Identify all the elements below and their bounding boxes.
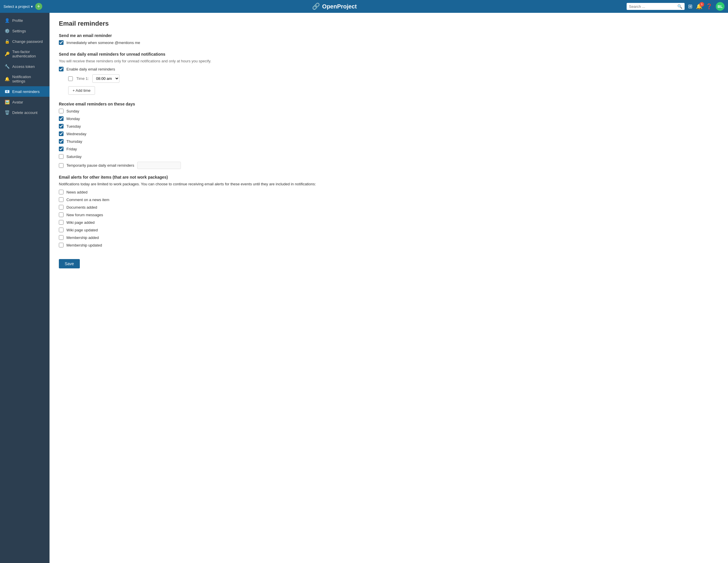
alert-checkbox-documents-added[interactable] (59, 205, 64, 209)
add-time-label: + Add time (73, 88, 91, 93)
sidebar-label-email-reminders: Email reminders (12, 89, 40, 94)
user-avatar-button[interactable]: BL (716, 2, 725, 11)
time1-checkbox[interactable] (68, 76, 73, 81)
sidebar-item-notification-settings[interactable]: 🔔 Notification settings (0, 72, 50, 86)
alerts-description: Notifications today are limited to work … (59, 182, 719, 186)
day-label-sunday[interactable]: Sunday (66, 109, 79, 113)
alert-label-comment-news[interactable]: Comment on a news item (66, 197, 109, 202)
alert-label-membership-added[interactable]: Membership added (66, 235, 99, 240)
pause-row: Temporarily pause daily email reminders (59, 162, 719, 169)
main-content: Email reminders Send me an email reminde… (50, 13, 728, 563)
sidebar-item-delete-account[interactable]: 🗑️ Delete account (0, 107, 50, 118)
notification-bell-button[interactable]: 🔔 5 (696, 3, 702, 10)
notification-badge: 5 (699, 2, 704, 7)
sidebar-icon-avatar: 🖼️ (5, 100, 9, 104)
project-select-label: Select a project (3, 4, 30, 9)
search-icon: 🔍 (677, 4, 682, 9)
alert-checkbox-new-forum-messages[interactable] (59, 212, 64, 217)
alerts-section: Email alerts for other items (that are n… (59, 175, 719, 247)
alert-label-documents-added[interactable]: Documents added (66, 205, 97, 209)
sidebar-label-settings: Settings (12, 29, 26, 33)
day-label-friday[interactable]: Friday (66, 147, 77, 151)
day-label-saturday[interactable]: Saturday (66, 154, 82, 159)
day-checkbox-saturday[interactable] (59, 154, 64, 159)
top-nav-right: 🔍 ⊞ 🔔 5 ❓ BL (627, 2, 725, 11)
sidebar-icon-profile: 👤 (5, 18, 9, 23)
logo-icon: 🔗 (312, 3, 320, 10)
alert-label-wiki-page-updated[interactable]: Wiki page updated (66, 228, 98, 232)
pause-date-input[interactable] (137, 162, 181, 169)
alert-row-news-added: News added (59, 190, 719, 194)
day-checkbox-thursday[interactable] (59, 139, 64, 144)
sidebar-item-settings[interactable]: ⚙️ Settings (0, 26, 50, 36)
sidebar-item-access-token[interactable]: 🔧 Access token (0, 61, 50, 72)
alert-checkbox-comment-news[interactable] (59, 197, 64, 202)
alert-row-comment-news: Comment on a news item (59, 197, 719, 202)
project-select[interactable]: Select a project ▾ (3, 4, 33, 9)
sidebar-item-two-factor[interactable]: 🔑 Two-factor authentication (0, 47, 50, 61)
chevron-down-icon: ▾ (31, 4, 33, 9)
alert-label-new-forum-messages[interactable]: New forum messages (66, 213, 103, 217)
top-nav-center: 🔗 OpenProject (42, 3, 627, 10)
day-label-tuesday[interactable]: Tuesday (66, 124, 81, 128)
alert-row-membership-updated: Membership updated (59, 243, 719, 247)
sidebar-item-avatar[interactable]: 🖼️ Avatar (0, 97, 50, 107)
sidebar-item-change-password[interactable]: 🔒 Change password (0, 36, 50, 47)
alert-label-news-added[interactable]: News added (66, 190, 87, 194)
daily-description: You will receive these reminders only fo… (59, 59, 719, 63)
time-row: Time 1: 12:00 am01:00 am02:00 am03:00 am… (68, 74, 719, 83)
pause-checkbox[interactable] (59, 163, 64, 168)
immediate-checkbox[interactable] (59, 40, 64, 45)
sidebar-label-change-password: Change password (12, 39, 43, 44)
alert-checkbox-wiki-page-added[interactable] (59, 220, 64, 225)
alert-checkbox-wiki-page-updated[interactable] (59, 227, 64, 232)
add-project-button[interactable]: + (35, 3, 42, 10)
day-row-thursday: Thursday (59, 139, 719, 144)
day-row-tuesday: Tuesday (59, 124, 719, 128)
time-select[interactable]: 12:00 am01:00 am02:00 am03:00 am04:00 am… (92, 74, 119, 83)
day-checkbox-tuesday[interactable] (59, 124, 64, 128)
day-checkbox-wednesday[interactable] (59, 131, 64, 136)
logo-text: OpenProject (322, 3, 357, 10)
sidebar-item-profile[interactable]: 👤 Profile (0, 15, 50, 26)
enable-daily-checkbox[interactable] (59, 67, 64, 71)
alert-row-membership-added: Membership added (59, 235, 719, 240)
sidebar-label-avatar: Avatar (12, 100, 23, 104)
immediate-label[interactable]: Immediately when someone @mentions me (66, 40, 140, 45)
day-row-friday: Friday (59, 146, 719, 151)
day-row-sunday: Sunday (59, 109, 719, 113)
alert-checkbox-news-added[interactable] (59, 190, 64, 194)
help-button[interactable]: ❓ (706, 3, 712, 10)
search-box: 🔍 (627, 3, 685, 10)
alert-row-wiki-page-added: Wiki page added (59, 220, 719, 225)
sidebar-item-email-reminders[interactable]: 📧 Email reminders (0, 86, 50, 97)
alert-row-new-forum-messages: New forum messages (59, 212, 719, 217)
day-checkbox-sunday[interactable] (59, 109, 64, 113)
logo: 🔗 OpenProject (312, 3, 357, 10)
top-nav: Select a project ▾ + 🔗 OpenProject 🔍 ⊞ 🔔… (0, 0, 728, 13)
search-input[interactable] (629, 4, 676, 9)
pause-label[interactable]: Temporarily pause daily email reminders (66, 163, 134, 167)
alert-checkbox-membership-added[interactable] (59, 235, 64, 240)
sidebar: 👤 Profile ⚙️ Settings 🔒 Change password … (0, 13, 50, 563)
day-checkbox-friday[interactable] (59, 146, 64, 151)
immediate-reminder-section: Send me an email reminder Immediately wh… (59, 33, 719, 45)
alert-checkbox-membership-updated[interactable] (59, 243, 64, 247)
sidebar-label-profile: Profile (12, 18, 23, 23)
day-label-wednesday[interactable]: Wednesday (66, 132, 86, 136)
enable-daily-label[interactable]: Enable daily email reminders (66, 67, 115, 71)
day-label-thursday[interactable]: Thursday (66, 139, 82, 144)
day-checkbox-monday[interactable] (59, 116, 64, 121)
alert-label-membership-updated[interactable]: Membership updated (66, 243, 102, 247)
sidebar-label-notification-settings: Notification settings (12, 75, 45, 83)
sidebar-icon-change-password: 🔒 (5, 39, 9, 44)
alerts-heading: Email alerts for other items (that are n… (59, 175, 719, 179)
sidebar-icon-delete-account: 🗑️ (5, 110, 9, 115)
save-button[interactable]: Save (59, 259, 80, 268)
alert-label-wiki-page-added[interactable]: Wiki page added (66, 220, 95, 225)
grid-menu-button[interactable]: ⊞ (688, 3, 692, 10)
sidebar-icon-email-reminders: 📧 (5, 89, 9, 94)
day-label-monday[interactable]: Monday (66, 116, 80, 121)
enable-daily-row: Enable daily email reminders (59, 67, 719, 71)
add-time-button[interactable]: + Add time (68, 86, 95, 95)
